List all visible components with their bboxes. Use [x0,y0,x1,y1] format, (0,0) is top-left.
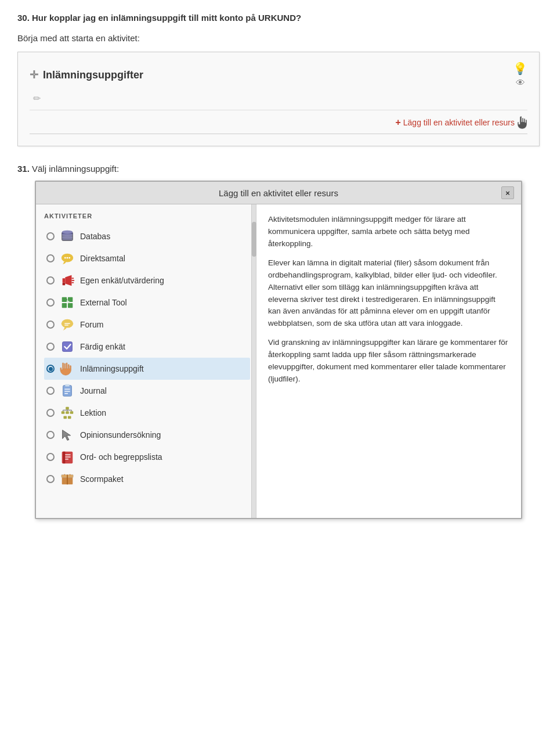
activity-name-databas: Databas [80,232,110,241]
description-para-2: Elever kan lämna in digitalt material (f… [268,257,509,330]
step30-heading: 30. Hur kopplar jag en inlämningsuppgift… [17,12,540,25]
svg-point-4 [62,236,73,239]
activity-name-inlamning: Inlämningsuppgift [80,364,144,373]
activity-item-ord[interactable]: Ord- och begreppslista [44,446,250,468]
database-icon [59,228,75,244]
radio-inlamning[interactable] [46,365,55,373]
puzzle-icon [59,294,75,311]
radio-journal[interactable] [46,387,55,395]
pencil-icon: ✏ [33,93,41,103]
activity-item-inlamning[interactable]: Inlämningsuppgift [44,358,250,380]
svg-rect-22 [63,342,73,352]
chat-icon [59,250,75,267]
dialog-right-panel: Aktivitetsmodulen inlämningsuppgift medg… [256,204,521,518]
svg-rect-31 [70,411,74,414]
bulb-icon: 💡 [513,62,527,75]
svg-rect-32 [64,416,67,419]
activity-item-fardig[interactable]: Färdig enkät [44,336,250,358]
dialog-body: AKTIVITETER DatabasDirektsamtalEgen enkä… [36,204,521,518]
radio-scorm[interactable] [46,475,55,483]
svg-rect-24 [65,384,69,387]
svg-marker-9 [63,278,66,282]
add-link-row: + Lägg till en aktivitet eller resurs [30,110,527,129]
cursor-icon [517,116,527,129]
activity-item-external[interactable]: External Tool [44,291,250,314]
activity-item-opinions[interactable]: Opinionsundersökning [44,424,250,446]
radio-fardig[interactable] [46,343,55,351]
dialog-left-panel: AKTIVITETER DatabasDirektsamtalEgen enkä… [36,204,256,518]
svg-marker-10 [65,275,71,286]
activity-name-journal: Journal [80,386,107,395]
activity-name-opinions: Opinionsundersökning [80,430,161,440]
svg-rect-17 [62,303,67,308]
plus-symbol: + [395,117,400,128]
description-para-3: Vid granskning av inlämningsuppgifter ka… [268,337,509,386]
svg-rect-30 [66,411,69,414]
moodle-box-footer [30,134,527,134]
hierarchy-icon [59,405,75,421]
svg-rect-28 [66,407,69,410]
activity-item-databas[interactable]: Databas [44,225,250,247]
activities-section-label: AKTIVITETER [44,213,250,219]
activity-item-scorm[interactable]: Scormpaket [44,468,250,490]
activity-item-lektion[interactable]: Lektion [44,402,250,424]
radio-forum[interactable] [46,321,55,329]
step30-desc: Börja med att starta en aktivitet: [17,32,540,45]
moodle-activities-box: ✛ Inlämningsuppgifter 💡 👁 ✏ + Lägg till … [17,52,540,146]
scrollbar-thumb[interactable] [252,222,256,257]
speech-icon [59,316,75,333]
notepad-icon [59,383,75,399]
move-icon: ✛ [30,69,38,81]
dialog-title: Lägg till en aktivitet eller resurs [56,188,501,198]
scrollbar[interactable] [251,204,256,518]
activity-name-external: External Tool [80,298,127,307]
radio-lektion[interactable] [46,409,55,417]
radio-databas[interactable] [46,232,55,240]
activity-name-scorm: Scormpaket [80,474,124,484]
step31-desc: Välj inlämningsuppgift: [30,164,119,174]
radio-ord[interactable] [46,453,55,461]
radio-opinions[interactable] [46,431,55,439]
svg-point-3 [62,233,73,236]
activity-name-ord: Ord- och begreppslista [80,452,162,462]
moodle-box-title: ✛ Inlämningsuppgifter [30,69,143,81]
add-link-text: Lägg till en aktivitet eller resurs [403,118,515,127]
pencil-row: ✏ [33,93,527,104]
cursor-icon [59,427,75,443]
activity-name-fardig: Färdig enkät [80,342,125,351]
radio-external[interactable] [46,298,55,307]
activity-name-direktsamtal: Direktsamtal [80,254,125,263]
step31-heading: 31. Välj inlämningsuppgift: [17,164,540,174]
svg-rect-29 [62,411,65,414]
svg-rect-11 [63,283,66,286]
radio-direktsamtal[interactable] [46,254,55,262]
step31-number: 31. [17,164,30,174]
step30-number: 30. [17,13,30,23]
step30-question: Hur kopplar jag en inlämningsuppgift til… [30,13,301,23]
svg-point-2 [62,231,73,234]
svg-rect-18 [68,303,73,308]
svg-point-6 [64,257,66,259]
svg-rect-33 [68,416,71,419]
add-activity-link[interactable]: + Lägg till en aktivitet eller resurs [395,116,527,129]
activity-name-lektion: Lektion [80,408,106,417]
activity-item-enkat[interactable]: Egen enkät/utvärdering [44,269,250,291]
hand-icon [59,361,75,377]
activity-item-forum[interactable]: Forum [44,314,250,336]
dialog-close-button[interactable]: × [501,186,514,199]
dialog-titlebar: Lägg till en aktivitet eller resurs × [36,182,521,204]
activity-item-journal[interactable]: Journal [44,380,250,402]
moodle-box-header: ✛ Inlämningsuppgifter 💡 👁 [30,62,527,88]
svg-point-7 [67,257,68,259]
checkbox-icon [59,339,75,355]
eye-icon: 👁 [516,78,525,88]
description-para-1: Aktivitetsmodulen inlämningsuppgift medg… [268,214,509,250]
box-icon [59,471,75,487]
svg-rect-23 [63,386,72,397]
radio-enkat[interactable] [46,276,55,285]
box-icons: 💡 👁 [513,62,527,88]
book-icon [59,449,75,465]
activity-name-enkat: Egen enkät/utvärdering [80,276,164,285]
activity-item-direktsamtal[interactable]: Direktsamtal [44,247,250,269]
box-title-text: Inlämningsuppgifter [43,69,143,81]
